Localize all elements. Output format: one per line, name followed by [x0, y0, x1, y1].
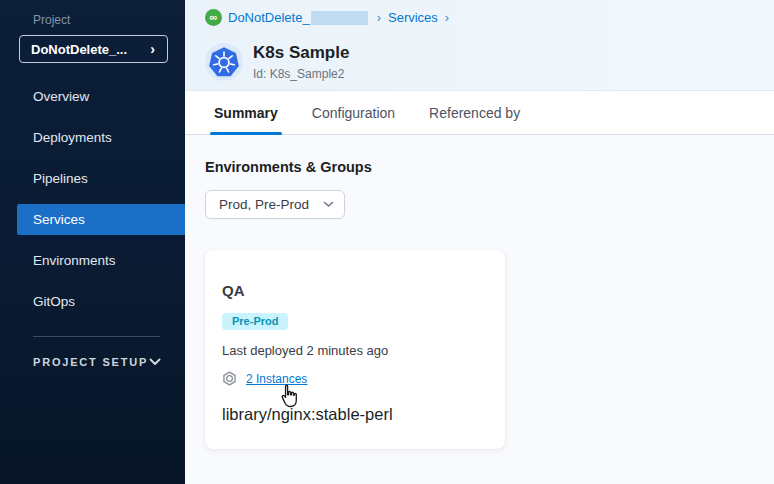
sidebar-item-pipelines[interactable]: Pipelines [17, 163, 185, 194]
environment-card-qa[interactable]: QA Pre-Prod Last deployed 2 minutes ago … [205, 250, 505, 449]
chevron-down-icon [323, 201, 334, 208]
summary-content: Environments & Groups Prod, Pre-Prod QA … [185, 135, 774, 484]
sidebar-item-gitops[interactable]: GitOps [17, 286, 185, 317]
breadcrumb-project-link[interactable]: DoNotDelete_ [228, 10, 310, 25]
sidebar-nav: Overview Deployments Pipelines Services … [0, 81, 185, 317]
instances-row: 2 Instances [222, 371, 489, 386]
environment-filter-dropdown[interactable]: Prod, Pre-Prod [205, 190, 345, 219]
kubernetes-icon [205, 43, 243, 81]
last-deployed-text: Last deployed 2 minutes ago [222, 343, 489, 358]
instances-link[interactable]: 2 Instances [246, 372, 307, 386]
tab-bar: Summary Configuration Referenced by [185, 90, 774, 135]
breadcrumb: ∞ DoNotDelete_ › Services › [205, 9, 774, 26]
sidebar: Project DoNotDelete_... › Overview Deplo… [0, 0, 185, 484]
chevron-right-icon: › [150, 42, 155, 56]
project-setup-toggle[interactable]: PROJECT SETUP [33, 356, 161, 368]
project-label: Project [33, 13, 185, 27]
project-setup-label: PROJECT SETUP [33, 356, 148, 368]
sidebar-item-overview[interactable]: Overview [17, 81, 185, 112]
chevron-down-icon [149, 358, 161, 366]
tab-summary[interactable]: Summary [210, 91, 282, 134]
sidebar-item-deployments[interactable]: Deployments [17, 122, 185, 153]
environment-filter-value: Prod, Pre-Prod [219, 197, 309, 212]
tab-configuration[interactable]: Configuration [308, 91, 399, 134]
project-selector[interactable]: DoNotDelete_... › [19, 35, 168, 63]
instances-icon [222, 371, 237, 386]
sidebar-item-services[interactable]: Services [17, 204, 185, 235]
environment-type-badge: Pre-Prod [222, 313, 288, 330]
service-title-row: K8s Sample Id: K8s_Sample2 [205, 43, 774, 81]
project-selector-value: DoNotDelete_... [31, 42, 127, 57]
breadcrumb-separator-icon: › [445, 10, 449, 25]
main-area: ∞ DoNotDelete_ › Services › [185, 0, 774, 484]
service-title-block: K8s Sample Id: K8s_Sample2 [253, 43, 349, 81]
page-title: K8s Sample [253, 43, 349, 63]
breadcrumb-services-link[interactable]: Services [388, 10, 438, 25]
tab-referenced-by[interactable]: Referenced by [425, 91, 524, 134]
service-id: Id: K8s_Sample2 [253, 67, 349, 81]
project-icon: ∞ [205, 9, 222, 26]
environment-name: QA [222, 282, 489, 299]
sidebar-item-environments[interactable]: Environments [17, 245, 185, 276]
sidebar-divider [33, 336, 160, 337]
environments-groups-heading: Environments & Groups [205, 135, 774, 175]
artifact-name: library/nginx:stable-perl [222, 405, 489, 424]
page-header: ∞ DoNotDelete_ › Services › [185, 0, 774, 90]
breadcrumb-separator-icon: › [377, 10, 381, 25]
breadcrumb-project-selection [311, 11, 368, 25]
